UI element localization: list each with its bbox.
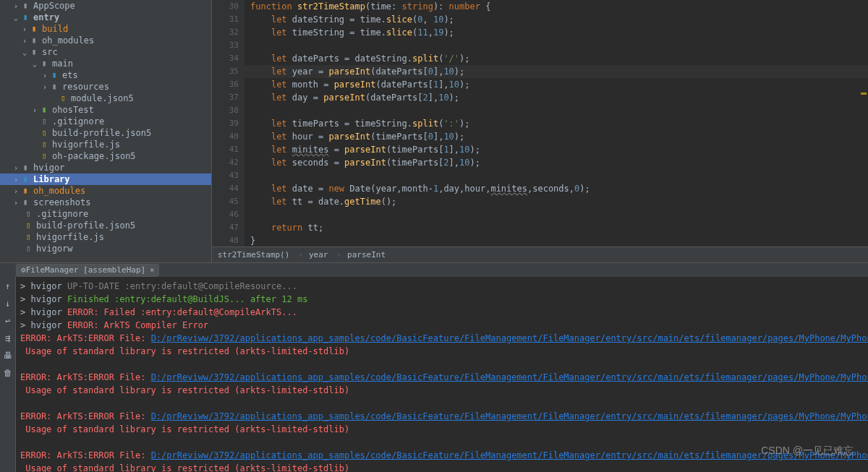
file-icon: ▯ bbox=[23, 244, 33, 254]
tree-item-resources[interactable]: ›▮resources bbox=[0, 81, 211, 93]
tree-item-oh_modules[interactable]: ›▮oh_modules bbox=[0, 35, 211, 46]
code-line[interactable]: function str2TimeStamp(time: string): nu… bbox=[250, 0, 868, 13]
console-line: ERROR: ArkTS:ERROR File: D:/prReviww/379… bbox=[20, 449, 864, 462]
file-icon: ▯ bbox=[39, 151, 49, 161]
code-line[interactable] bbox=[250, 169, 868, 182]
crumb-call[interactable]: parseInt bbox=[347, 250, 386, 259]
project-tree[interactable]: ›▮AppScope⌄▮entry›▮build›▮oh_modules⌄▮sr… bbox=[0, 0, 212, 262]
close-icon[interactable]: × bbox=[150, 266, 154, 274]
console-line: Usage of standard library is restricted … bbox=[20, 423, 864, 436]
console-line: > hvigor ERROR: ArkTS Compiler Error bbox=[20, 319, 864, 332]
tree-label: oh_modules bbox=[42, 35, 94, 46]
file-icon: ▯ bbox=[39, 140, 49, 150]
error-file-link[interactable]: D:/prReviww/3792/applications_app_sample… bbox=[151, 411, 868, 421]
warning-mark bbox=[861, 93, 867, 95]
tree-label: main bbox=[52, 59, 73, 69]
console-toolbar: ↑ ↓ ↩ ⇶ 🖶 🗑 bbox=[0, 277, 16, 472]
line-number: 40 bbox=[212, 130, 239, 143]
code-line[interactable]: let dateParts = dateString.split('/'); bbox=[250, 52, 868, 65]
tree-item-hvigorfile-js[interactable]: ▯hvigorfile.js bbox=[0, 231, 211, 243]
line-number: 44 bbox=[212, 182, 239, 195]
tree-item--gitignore[interactable]: ▯.gitignore bbox=[0, 208, 211, 220]
line-number: 37 bbox=[212, 91, 239, 104]
code-line[interactable]: let date = new Date(year,month-1,day,hou… bbox=[250, 182, 868, 195]
tree-item-build-profile-json5[interactable]: ▯build-profile.json5 bbox=[0, 127, 211, 139]
tree-label: hvigorfile.js bbox=[52, 140, 120, 150]
tree-label: oh-package.json5 bbox=[52, 151, 136, 161]
file-icon: ▯ bbox=[39, 128, 49, 138]
tree-item-hvigorw[interactable]: ▯hvigorw bbox=[0, 243, 211, 254]
filter-icon[interactable]: ⇶ bbox=[3, 333, 13, 343]
tree-label: build-profile.json5 bbox=[52, 128, 151, 138]
tree-item-screenshots[interactable]: ›▮screenshots bbox=[0, 197, 211, 208]
line-number: 41 bbox=[212, 143, 239, 156]
tree-item-ets[interactable]: ›▮ets bbox=[0, 69, 211, 81]
error-file-link[interactable]: D:/prReviww/3792/applications_app_sample… bbox=[151, 333, 868, 343]
line-number: 42 bbox=[212, 156, 239, 169]
console-line bbox=[20, 358, 864, 371]
code-line[interactable]: let hour = parseInt(timeParts[0],10); bbox=[250, 130, 868, 143]
code-line[interactable]: let tt = date.getTime(); bbox=[250, 195, 868, 208]
tree-item-oh-package-json5[interactable]: ▯oh-package.json5 bbox=[0, 150, 211, 162]
code-line[interactable]: let dateString = time.slice(0, 10); bbox=[250, 13, 868, 26]
tree-item-build-profile-json5[interactable]: ▯build-profile.json5 bbox=[0, 220, 211, 231]
line-number: 33 bbox=[212, 39, 239, 52]
code-line[interactable] bbox=[250, 104, 868, 117]
build-icon: ⚙ bbox=[21, 265, 26, 275]
code-line[interactable]: } bbox=[250, 234, 868, 246]
console-line: Usage of standard library is restricted … bbox=[20, 345, 864, 358]
code-line[interactable] bbox=[250, 208, 868, 221]
toolwindow-tabs[interactable]: ⚙ FileManager [assembleHap] × bbox=[0, 262, 868, 277]
tree-item-main[interactable]: ⌄▮main bbox=[0, 58, 211, 69]
tree-item-hvigor[interactable]: ›▮hvigor bbox=[0, 162, 211, 173]
build-output[interactable]: > hvigor UP-TO-DATE :entry:default@Compi… bbox=[16, 277, 868, 472]
tree-item-entry[interactable]: ⌄▮entry bbox=[0, 12, 211, 23]
code-line[interactable]: let seconds = parseInt(timeParts[2],10); bbox=[250, 156, 868, 169]
code-editor[interactable]: 30313233343536373839404142434445464748 f… bbox=[212, 0, 868, 262]
folder-icon: ▮ bbox=[29, 47, 39, 57]
wrap-icon[interactable]: ↩ bbox=[3, 316, 13, 326]
folder-icon: ▮ bbox=[29, 24, 39, 34]
console-line: ERROR: ArkTS:ERROR File: D:/prReviww/379… bbox=[20, 332, 864, 345]
line-number: 38 bbox=[212, 104, 239, 117]
code-line[interactable] bbox=[250, 39, 868, 52]
up-icon[interactable]: ↑ bbox=[3, 281, 13, 291]
tree-item-library[interactable]: ›▮Library bbox=[0, 173, 211, 185]
trash-icon[interactable]: 🗑 bbox=[3, 368, 13, 378]
line-number: 43 bbox=[212, 169, 239, 182]
tree-label: hvigorfile.js bbox=[36, 232, 104, 242]
build-tab[interactable]: ⚙ FileManager [assembleHap] × bbox=[16, 264, 159, 277]
crumb-var[interactable]: year bbox=[309, 250, 328, 259]
console-line: Usage of standard library is restricted … bbox=[20, 462, 864, 472]
code-line[interactable]: let timeParts = timeString.split(':'); bbox=[250, 117, 868, 130]
tree-item-src[interactable]: ⌄▮src bbox=[0, 46, 211, 58]
folder-icon: ▮ bbox=[49, 82, 59, 92]
print-icon[interactable]: 🖶 bbox=[3, 351, 13, 361]
tree-item-ohostest[interactable]: ›▮ohosTest bbox=[0, 104, 211, 116]
tree-item-build[interactable]: ›▮build bbox=[0, 23, 211, 35]
tree-item-appscope[interactable]: ›▮AppScope bbox=[0, 0, 211, 12]
code-line[interactable]: let day = parseInt(dateParts[2],10); bbox=[250, 91, 868, 104]
code-line[interactable]: return tt; bbox=[250, 221, 868, 234]
code-line[interactable]: let minites = parseInt(timeParts[1],10); bbox=[250, 143, 868, 156]
tree-label: build bbox=[42, 24, 68, 34]
tree-label: AppScope bbox=[33, 1, 75, 11]
folder-icon: ▮ bbox=[20, 197, 30, 207]
code-line[interactable]: let timeString = time.slice(11,19); bbox=[250, 26, 868, 39]
folder-icon: ▮ bbox=[20, 174, 30, 184]
tree-label: module.json5 bbox=[71, 93, 134, 103]
error-file-link[interactable]: D:/prReviww/3792/applications_app_sample… bbox=[151, 372, 868, 382]
tree-item-module-json5[interactable]: ▯module.json5 bbox=[0, 93, 211, 104]
tree-item--gitignore[interactable]: ▯.gitignore bbox=[0, 116, 211, 127]
tree-item-oh_modules[interactable]: ›▮oh_modules bbox=[0, 185, 211, 197]
down-icon[interactable]: ↓ bbox=[3, 299, 13, 309]
file-icon: ▯ bbox=[23, 209, 33, 219]
breadcrumb[interactable]: str2TimeStamp()› year› parseInt bbox=[212, 246, 868, 262]
crumb-function[interactable]: str2TimeStamp() bbox=[218, 250, 289, 259]
tree-item-hvigorfile-js[interactable]: ▯hvigorfile.js bbox=[0, 139, 211, 150]
line-number: 46 bbox=[212, 208, 239, 221]
code-line[interactable]: let month = parseInt(dateParts[1],10); bbox=[250, 78, 868, 91]
line-number: 30 bbox=[212, 0, 239, 13]
folder-icon: ▮ bbox=[49, 70, 59, 80]
tree-label: oh_modules bbox=[33, 186, 85, 196]
